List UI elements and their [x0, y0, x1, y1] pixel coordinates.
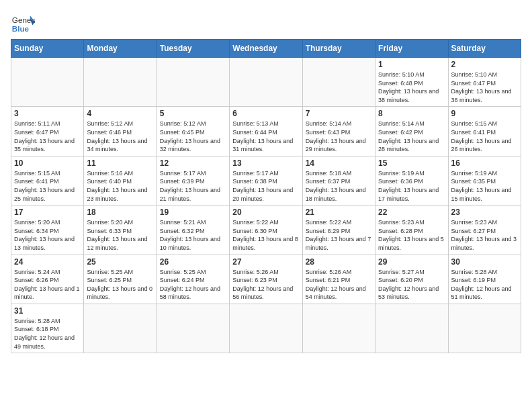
calendar-cell: 13Sunrise: 5:17 AM Sunset: 6:38 PM Dayli… [230, 156, 302, 205]
day-number: 25 [87, 257, 153, 267]
day-number: 15 [378, 158, 445, 168]
day-number: 3 [14, 109, 81, 118]
calendar-cell: 29Sunrise: 5:27 AM Sunset: 6:20 PM Dayli… [375, 255, 448, 304]
weekday-header-monday: Monday [84, 40, 157, 58]
calendar-cell: 10Sunrise: 5:15 AM Sunset: 6:41 PM Dayli… [11, 156, 84, 205]
day-number: 31 [14, 306, 81, 316]
calendar-cell: 22Sunrise: 5:23 AM Sunset: 6:28 PM Dayli… [375, 205, 448, 255]
calendar-cell: 15Sunrise: 5:19 AM Sunset: 6:36 PM Dayli… [375, 156, 448, 205]
calendar-cell: 9Sunrise: 5:15 AM Sunset: 6:41 PM Daylig… [448, 107, 521, 156]
day-info: Sunrise: 5:25 AM Sunset: 6:25 PM Dayligh… [87, 268, 153, 302]
calendar-cell: 5Sunrise: 5:12 AM Sunset: 6:45 PM Daylig… [157, 107, 229, 156]
day-info: Sunrise: 5:12 AM Sunset: 6:46 PM Dayligh… [87, 120, 153, 153]
day-number: 4 [87, 109, 153, 118]
day-number: 21 [306, 208, 372, 217]
weekday-header-tuesday: Tuesday [157, 40, 229, 58]
calendar-cell: 14Sunrise: 5:18 AM Sunset: 6:37 PM Dayli… [302, 156, 375, 205]
day-info: Sunrise: 5:16 AM Sunset: 6:40 PM Dayligh… [87, 169, 153, 203]
day-number: 29 [378, 257, 445, 267]
day-number: 16 [451, 158, 518, 168]
day-number: 8 [378, 109, 445, 118]
weekday-header-saturday: Saturday [448, 40, 521, 58]
day-info: Sunrise: 5:14 AM Sunset: 6:43 PM Dayligh… [306, 120, 372, 153]
day-info: Sunrise: 5:21 AM Sunset: 6:32 PM Dayligh… [160, 218, 226, 252]
calendar-cell: 11Sunrise: 5:16 AM Sunset: 6:40 PM Dayli… [84, 156, 157, 205]
day-info: Sunrise: 5:10 AM Sunset: 6:48 PM Dayligh… [378, 71, 445, 104]
calendar-cell [11, 58, 84, 107]
week-row-2: 10Sunrise: 5:15 AM Sunset: 6:41 PM Dayli… [11, 156, 521, 205]
calendar-cell [157, 58, 229, 107]
calendar-cell: 3Sunrise: 5:11 AM Sunset: 6:47 PM Daylig… [11, 107, 84, 156]
day-number: 11 [87, 158, 153, 168]
day-number: 26 [160, 257, 226, 267]
day-number: 18 [87, 208, 153, 217]
day-info: Sunrise: 5:26 AM Sunset: 6:23 PM Dayligh… [232, 268, 299, 302]
calendar-cell [375, 304, 448, 353]
calendar-cell [302, 304, 375, 353]
calendar-cell: 2Sunrise: 5:10 AM Sunset: 6:47 PM Daylig… [448, 58, 521, 107]
calendar-cell: 6Sunrise: 5:13 AM Sunset: 6:44 PM Daylig… [230, 107, 302, 156]
day-info: Sunrise: 5:20 AM Sunset: 6:34 PM Dayligh… [14, 218, 81, 252]
day-info: Sunrise: 5:18 AM Sunset: 6:37 PM Dayligh… [306, 169, 372, 203]
day-info: Sunrise: 5:11 AM Sunset: 6:47 PM Dayligh… [14, 120, 81, 153]
calendar-cell [84, 58, 157, 107]
weekday-header-friday: Friday [375, 40, 448, 58]
day-info: Sunrise: 5:22 AM Sunset: 6:29 PM Dayligh… [306, 218, 372, 252]
day-info: Sunrise: 5:17 AM Sunset: 6:39 PM Dayligh… [160, 169, 226, 203]
day-number: 13 [232, 158, 299, 168]
calendar-cell: 16Sunrise: 5:19 AM Sunset: 6:35 PM Dayli… [448, 156, 521, 205]
day-number: 28 [306, 257, 372, 267]
day-info: Sunrise: 5:13 AM Sunset: 6:44 PM Dayligh… [232, 120, 299, 153]
week-row-0: 1Sunrise: 5:10 AM Sunset: 6:48 PM Daylig… [11, 58, 521, 107]
day-number: 6 [232, 109, 299, 118]
day-number: 14 [306, 158, 372, 168]
calendar-cell: 31Sunrise: 5:28 AM Sunset: 6:18 PM Dayli… [11, 304, 84, 353]
weekday-header-sunday: Sunday [11, 40, 84, 58]
calendar-cell: 24Sunrise: 5:24 AM Sunset: 6:26 PM Dayli… [11, 255, 84, 304]
weekday-header-row: SundayMondayTuesdayWednesdayThursdayFrid… [11, 40, 521, 58]
calendar-cell: 7Sunrise: 5:14 AM Sunset: 6:43 PM Daylig… [302, 107, 375, 156]
header-area: General Blue [11, 11, 521, 35]
svg-text:Blue: Blue [12, 24, 30, 33]
page: General Blue SundayMondayTuesdayWednesda… [0, 0, 532, 411]
calendar: SundayMondayTuesdayWednesdayThursdayFrid… [11, 39, 521, 353]
calendar-cell: 8Sunrise: 5:14 AM Sunset: 6:42 PM Daylig… [375, 107, 448, 156]
calendar-cell: 27Sunrise: 5:26 AM Sunset: 6:23 PM Dayli… [230, 255, 302, 304]
day-number: 5 [160, 109, 226, 118]
day-number: 1 [378, 60, 445, 69]
calendar-cell [84, 304, 157, 353]
calendar-cell: 17Sunrise: 5:20 AM Sunset: 6:34 PM Dayli… [11, 205, 84, 255]
day-number: 9 [451, 109, 518, 118]
day-info: Sunrise: 5:23 AM Sunset: 6:28 PM Dayligh… [378, 218, 445, 252]
calendar-cell: 20Sunrise: 5:22 AM Sunset: 6:30 PM Dayli… [230, 205, 302, 255]
logo-icon: General Blue [11, 11, 35, 35]
day-number: 22 [378, 208, 445, 217]
calendar-cell [157, 304, 229, 353]
day-info: Sunrise: 5:28 AM Sunset: 6:19 PM Dayligh… [451, 268, 518, 302]
day-number: 10 [14, 158, 81, 168]
day-info: Sunrise: 5:24 AM Sunset: 6:26 PM Dayligh… [14, 268, 81, 302]
calendar-cell: 21Sunrise: 5:22 AM Sunset: 6:29 PM Dayli… [302, 205, 375, 255]
week-row-5: 31Sunrise: 5:28 AM Sunset: 6:18 PM Dayli… [11, 304, 521, 353]
day-info: Sunrise: 5:19 AM Sunset: 6:36 PM Dayligh… [378, 169, 445, 203]
day-number: 27 [232, 257, 299, 267]
calendar-cell: 4Sunrise: 5:12 AM Sunset: 6:46 PM Daylig… [84, 107, 157, 156]
calendar-cell: 18Sunrise: 5:20 AM Sunset: 6:33 PM Dayli… [84, 205, 157, 255]
calendar-cell: 12Sunrise: 5:17 AM Sunset: 6:39 PM Dayli… [157, 156, 229, 205]
calendar-cell [230, 58, 302, 107]
day-number: 23 [451, 208, 518, 217]
day-number: 20 [232, 208, 299, 217]
calendar-cell: 28Sunrise: 5:26 AM Sunset: 6:21 PM Dayli… [302, 255, 375, 304]
day-info: Sunrise: 5:28 AM Sunset: 6:18 PM Dayligh… [14, 317, 81, 351]
calendar-cell: 23Sunrise: 5:23 AM Sunset: 6:27 PM Dayli… [448, 205, 521, 255]
day-info: Sunrise: 5:14 AM Sunset: 6:42 PM Dayligh… [378, 120, 445, 153]
day-info: Sunrise: 5:26 AM Sunset: 6:21 PM Dayligh… [306, 268, 372, 302]
day-info: Sunrise: 5:25 AM Sunset: 6:24 PM Dayligh… [160, 268, 226, 302]
day-info: Sunrise: 5:22 AM Sunset: 6:30 PM Dayligh… [232, 218, 299, 252]
calendar-cell: 1Sunrise: 5:10 AM Sunset: 6:48 PM Daylig… [375, 58, 448, 107]
day-number: 2 [451, 60, 518, 69]
week-row-1: 3Sunrise: 5:11 AM Sunset: 6:47 PM Daylig… [11, 107, 521, 156]
day-info: Sunrise: 5:15 AM Sunset: 6:41 PM Dayligh… [14, 169, 81, 203]
day-info: Sunrise: 5:10 AM Sunset: 6:47 PM Dayligh… [451, 71, 518, 104]
calendar-cell [302, 58, 375, 107]
